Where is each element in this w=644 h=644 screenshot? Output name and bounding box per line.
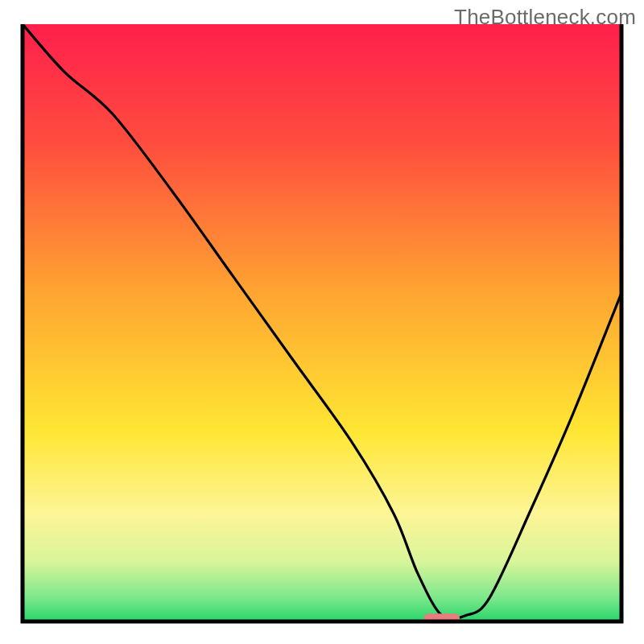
watermark-text: TheBottleneck.com [454,5,636,30]
bottleneck-chart [0,0,644,644]
chart-container: TheBottleneck.com [0,0,644,644]
